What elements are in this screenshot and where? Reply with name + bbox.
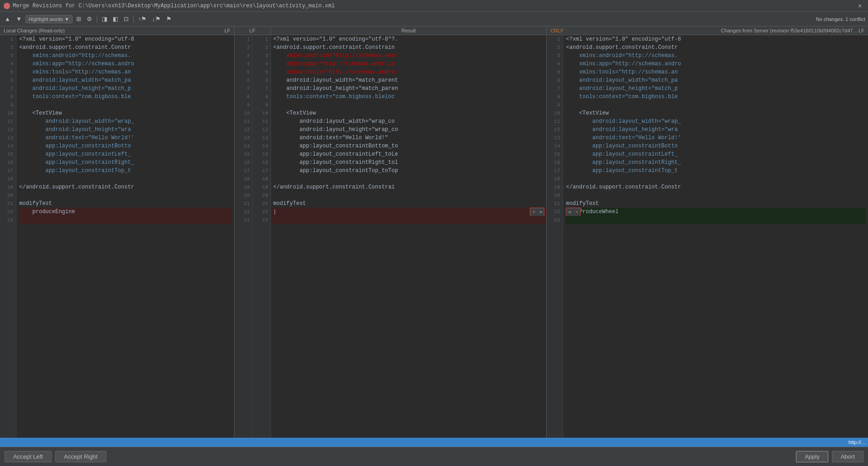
highlight-words-dropdown-icon[interactable]: ▼ [64,16,69,22]
middle-code-area: 1234567891011121314151617181920212223123… [235,35,547,438]
app-icon [4,3,10,9]
accept-left-toolbar-btn[interactable]: ◨ [100,15,109,23]
left-panel-line-ending: LF [225,28,230,33]
settings-button[interactable]: ⚙ [85,15,94,23]
abort-button[interactable]: Abort [832,451,863,462]
left-panel-scroll[interactable]: 1234567891011121314151617181920212223<?x… [0,35,234,438]
middle-panel-scroll[interactable]: 1234567891011121314151617181920212223123… [235,35,547,438]
right-merge-btn[interactable]: « × [566,208,580,217]
left-panel-header: Local Changes (Read-only) LF [0,26,234,35]
status-info: No changes. 1 conflict [816,16,865,22]
right-panel-title: Changes from Server (revision f53e416011… [721,28,864,33]
right-code-area: 1234567891011121314151617181920212223<?x… [547,35,868,438]
right-panel-header: CRLF Changes from Server (revision f53e4… [547,26,868,35]
toolbar-separator-2 [133,15,134,23]
left-panel-title: Local Changes (Read-only) [4,28,65,33]
next-change-button[interactable]: ▼ [14,15,24,23]
prev-change-button[interactable]: ▲ [3,15,12,23]
status-url: http://... [848,440,865,445]
middle-panel: LF Result 123456789101112131415161718192… [235,26,547,438]
apply-button[interactable]: Apply [796,451,828,462]
status-bar: http://... [0,438,868,447]
diff-panels: Local Changes (Read-only) LF 12345678910… [0,26,868,438]
left-merge-btn[interactable]: × » [530,208,544,217]
middle-lf-header: LF [235,26,271,35]
accept-right-toolbar-btn[interactable]: ◧ [111,15,120,23]
middle-result-header: Result [271,26,547,35]
bottom-bar: Accept Left Accept Right Apply Abort [0,447,868,466]
highlight-words-label: Highlight words [29,16,63,22]
accept-both-toolbar-btn[interactable]: ⊡ [122,15,131,23]
right-panel: CRLF Changes from Server (revision f53e4… [547,26,868,438]
title-bar: Merge Revisions for C:\Users\sxh13\Deskt… [0,0,868,12]
bottom-left-buttons: Accept Left Accept Right [5,451,106,462]
bottom-right-buttons: Apply Abort [796,451,863,462]
toolbar: ▲ ▼ Highlight words ▼ ⊞ ⚙ ◨ ◧ ⊡ ↑⚑ ↓⚑ ⚑ … [0,12,868,26]
highlight-words-button[interactable]: Highlight words ▼ [26,15,73,23]
title-text: Merge Revisions for C:\Users\sxh13\Deskt… [13,3,335,9]
accept-right-button[interactable]: Accept Right [55,451,106,462]
view-mode-button[interactable]: ⊞ [74,15,83,23]
accept-left-button[interactable]: Accept Left [5,451,52,462]
right-panel-scroll[interactable]: 1234567891011121314151617181920212223<?x… [547,35,868,438]
toolbar-separator-1 [97,15,97,23]
prev-conflict-btn[interactable]: ↑⚑ [136,15,149,23]
left-code-area: 1234567891011121314151617181920212223<?x… [0,35,234,438]
left-panel: Local Changes (Read-only) LF 12345678910… [0,26,235,438]
next-conflict-btn[interactable]: ↓⚑ [150,15,162,23]
right-panel-crlf: CRLF [550,28,564,33]
close-button[interactable]: ✕ [858,3,864,9]
resolve-all-btn[interactable]: ⚑ [164,15,173,23]
